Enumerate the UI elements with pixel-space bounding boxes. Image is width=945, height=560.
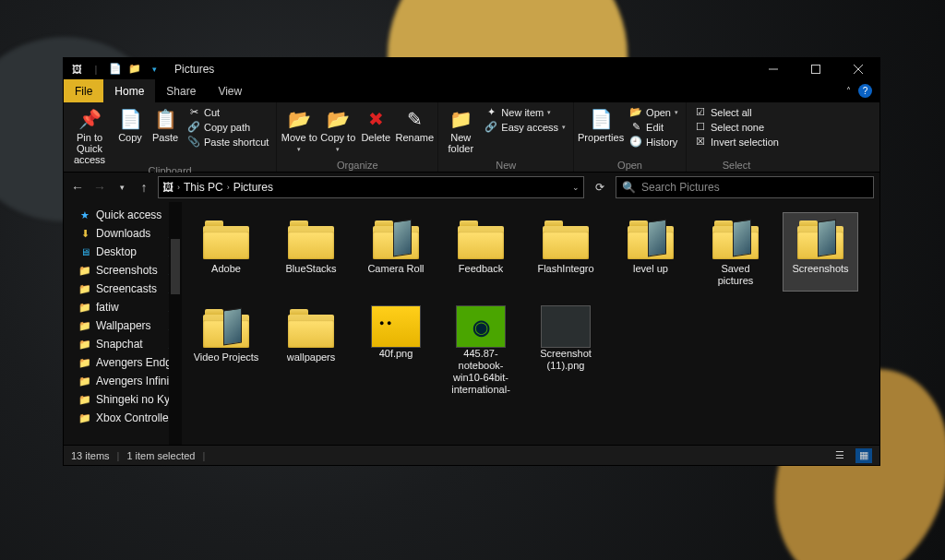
copy-path-button[interactable]: 🔗Copy path bbox=[184, 120, 272, 134]
selectnone-icon: ☐ bbox=[694, 121, 707, 133]
chevron-down-icon[interactable]: ⌄ bbox=[572, 183, 580, 192]
collapse-ribbon-icon[interactable]: ˄ bbox=[846, 86, 851, 96]
folder-icon bbox=[286, 217, 336, 259]
details-view-button[interactable]: ☰ bbox=[831, 448, 848, 463]
qat-newfolder-icon[interactable]: 📁 bbox=[127, 62, 142, 77]
crumb-this-pc[interactable]: This PC bbox=[184, 181, 223, 194]
sidebar-item[interactable]: 📁Avengers Endga bbox=[64, 353, 182, 372]
paste-shortcut-button[interactable]: 📎Paste shortcut bbox=[184, 135, 272, 149]
history-button[interactable]: 🕘History bbox=[626, 135, 682, 149]
tab-file[interactable]: File bbox=[64, 79, 103, 102]
file-item[interactable]: Screenshots bbox=[784, 213, 857, 291]
file-item[interactable]: ◉445.87-notebook-win10-64bit-internation… bbox=[444, 302, 518, 399]
item-label: level up bbox=[633, 263, 668, 275]
history-icon: 🕘 bbox=[629, 136, 642, 148]
breadcrumb-bar[interactable]: 🖼 › This PC › Pictures ⌄ bbox=[158, 176, 584, 198]
sidebar-item[interactable]: ⬇Downloads📌 bbox=[64, 224, 182, 243]
search-input[interactable]: 🔍 Search Pictures bbox=[616, 176, 874, 198]
file-item[interactable]: Saved pictures bbox=[699, 213, 772, 291]
sidebar-item[interactable]: 📁Wallpapers📌 bbox=[64, 316, 182, 335]
new-folder-button[interactable]: 📁 New folder bbox=[442, 105, 479, 154]
maximize-button[interactable] bbox=[795, 58, 837, 79]
sidebar-item[interactable]: 📁Snapchat📌 bbox=[64, 335, 182, 353]
new-item-button[interactable]: ✦New item ▾ bbox=[481, 105, 569, 119]
rename-button[interactable]: ✎ Rename bbox=[395, 105, 434, 143]
file-item[interactable]: Feedback bbox=[444, 213, 518, 291]
content-area[interactable]: AdobeBlueStacksCamera RollFeedbackFlashI… bbox=[182, 202, 879, 445]
sidebar-item[interactable]: 📁Shingeki no Kyoj bbox=[64, 390, 182, 409]
tab-share[interactable]: Share bbox=[155, 79, 207, 102]
sidebar-scrollbar[interactable] bbox=[169, 202, 182, 445]
up-button[interactable]: ↑ bbox=[136, 180, 152, 195]
sidebar-item[interactable]: 📁Screencasts📌 bbox=[64, 280, 182, 298]
copyto-icon: 📂 bbox=[326, 107, 350, 131]
sidebar-item[interactable]: 📁Screenshots📌 bbox=[64, 261, 182, 280]
file-item[interactable]: Adobe bbox=[189, 213, 263, 291]
qat-properties-icon[interactable]: 📄 bbox=[108, 62, 123, 77]
invert-icon: ☒ bbox=[694, 136, 707, 148]
icons-view-button[interactable]: ▦ bbox=[855, 448, 872, 463]
file-item[interactable]: level up bbox=[614, 213, 688, 291]
delete-button[interactable]: ✖ Delete bbox=[358, 105, 393, 143]
refresh-button[interactable]: ⟳ bbox=[590, 181, 610, 194]
address-bar: ← → ▾ ↑ 🖼 › This PC › Pictures ⌄ ⟳ 🔍 Sea… bbox=[64, 173, 879, 202]
ribbon-tabs: File Home Share View ˄ ? bbox=[64, 79, 879, 102]
edit-button[interactable]: ✎Edit bbox=[626, 120, 682, 134]
back-button[interactable]: ← bbox=[69, 180, 86, 195]
move-to-button[interactable]: 📂 Move to▾ bbox=[281, 105, 317, 155]
sidebar-label: Xbox Controller bbox=[96, 411, 173, 424]
select-none-button[interactable]: ☐Select none bbox=[690, 120, 783, 134]
qat-sep: | bbox=[89, 62, 103, 77]
minimize-button[interactable] bbox=[752, 58, 795, 79]
sidebar-icon: 📁 bbox=[78, 412, 91, 424]
file-item[interactable]: Camera Roll bbox=[359, 213, 433, 291]
invert-selection-button[interactable]: ☒Invert selection bbox=[690, 135, 783, 149]
file-item[interactable]: Video Projects bbox=[189, 302, 263, 399]
file-item[interactable]: FlashIntegro bbox=[529, 213, 603, 291]
tab-view[interactable]: View bbox=[207, 79, 253, 102]
recent-locations-button[interactable]: ▾ bbox=[114, 183, 130, 192]
copy-to-button[interactable]: 📂 Copy to▾ bbox=[319, 105, 356, 155]
moveto-icon: 📂 bbox=[287, 107, 311, 131]
sidebar-label: Wallpapers bbox=[96, 319, 151, 332]
sidebar-label: fatiw bbox=[96, 301, 119, 314]
sidebar-label: Avengers Infinity bbox=[96, 375, 178, 387]
paste-button[interactable]: 📋 Paste bbox=[149, 105, 182, 143]
pin-icon: 📌 bbox=[78, 107, 102, 131]
tab-home[interactable]: Home bbox=[103, 79, 155, 102]
file-item[interactable]: wallpapers bbox=[274, 302, 348, 399]
sidebar-item[interactable]: 📁Avengers Infinity bbox=[64, 372, 182, 390]
sidebar-item[interactable]: 🖥Desktop📌 bbox=[64, 243, 182, 261]
sidebar-icon: 📁 bbox=[78, 265, 91, 277]
chevron-right-icon[interactable]: › bbox=[227, 183, 230, 192]
search-placeholder: Search Pictures bbox=[641, 181, 720, 194]
crumb-pictures[interactable]: Pictures bbox=[233, 181, 273, 194]
sidebar-item[interactable]: 📁Xbox Controller bbox=[64, 409, 182, 427]
chevron-right-icon[interactable]: › bbox=[177, 183, 180, 192]
ribbon: 📌 Pin to Quick access 📄 Copy 📋 Paste ✂Cu… bbox=[64, 102, 879, 173]
folder-icon bbox=[626, 217, 676, 259]
properties-button[interactable]: 📄 Properties bbox=[578, 105, 624, 143]
title-bar[interactable]: 🖼 | 📄 📁 ▾ Pictures bbox=[64, 58, 879, 79]
search-icon: 🔍 bbox=[622, 181, 636, 194]
file-item[interactable]: BlueStacks bbox=[274, 213, 348, 291]
item-label: Camera Roll bbox=[367, 263, 424, 275]
file-item[interactable]: 40f.png bbox=[359, 302, 433, 399]
sidebar-label: Screenshots bbox=[96, 264, 158, 277]
open-button[interactable]: 📂Open ▾ bbox=[626, 105, 682, 119]
easy-access-button[interactable]: 🔗Easy access ▾ bbox=[481, 120, 569, 134]
help-icon[interactable]: ? bbox=[858, 84, 872, 98]
pictures-lib-icon: 🖼 bbox=[69, 62, 84, 77]
sidebar-icon: 📁 bbox=[78, 394, 91, 406]
select-all-button[interactable]: ☑Select all bbox=[690, 105, 783, 119]
cut-button[interactable]: ✂Cut bbox=[184, 105, 272, 119]
close-button[interactable] bbox=[837, 58, 879, 79]
sidebar-item[interactable]: 📁fatiw📌 bbox=[64, 298, 182, 316]
forward-button[interactable]: → bbox=[91, 180, 108, 195]
pin-quick-access-button[interactable]: 📌 Pin to Quick access bbox=[67, 105, 112, 165]
file-item[interactable]: Screenshot (11).png bbox=[529, 302, 603, 399]
qat-customize-icon[interactable]: ▾ bbox=[147, 62, 161, 77]
copy-button[interactable]: 📄 Copy bbox=[114, 105, 147, 143]
sidebar-item[interactable]: ★Quick access bbox=[64, 206, 182, 224]
group-new: 📁 New folder ✦New item ▾ 🔗Easy access ▾ … bbox=[438, 102, 574, 172]
